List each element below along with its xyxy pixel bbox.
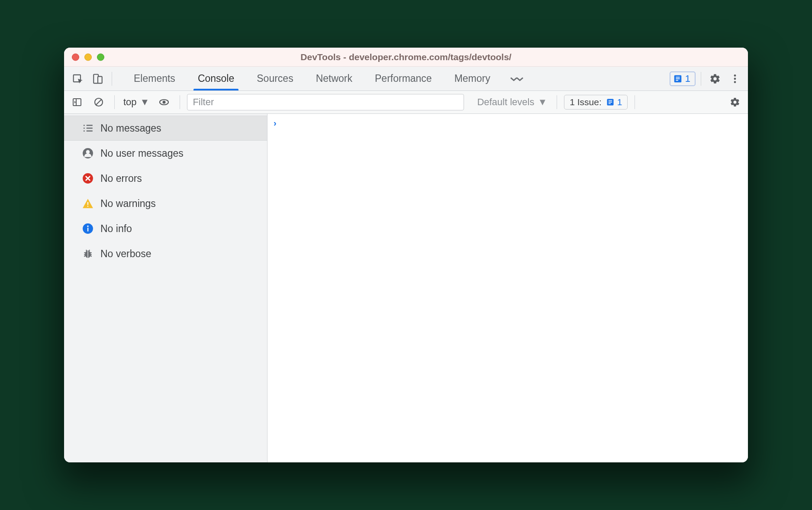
- console-prompt-icon: ›: [274, 118, 277, 128]
- svg-rect-17: [609, 100, 612, 101]
- window-controls: [72, 53, 104, 61]
- more-tabs-button[interactable]: [502, 67, 532, 90]
- devtools-window: DevTools - developer.chrome.com/tags/dev…: [64, 48, 748, 462]
- svg-point-21: [84, 127, 85, 129]
- svg-rect-18: [609, 102, 612, 103]
- svg-rect-10: [73, 99, 81, 106]
- svg-rect-5: [676, 78, 680, 79]
- svg-point-27: [86, 150, 90, 154]
- tab-label: Sources: [257, 73, 293, 84]
- minimize-window-button[interactable]: [84, 53, 92, 61]
- divider: [557, 95, 557, 109]
- window-title: DevTools - developer.chrome.com/tags/dev…: [300, 52, 511, 62]
- divider: [635, 95, 635, 109]
- tab-console[interactable]: Console: [187, 67, 245, 90]
- svg-rect-29: [87, 202, 88, 205]
- issues-badge-count: 1: [685, 73, 690, 84]
- svg-point-20: [84, 125, 85, 126]
- info-icon: [82, 223, 93, 234]
- divider: [180, 95, 180, 109]
- close-window-button[interactable]: [72, 53, 79, 61]
- svg-point-22: [84, 130, 85, 132]
- divider: [114, 95, 115, 109]
- svg-point-8: [734, 77, 736, 80]
- console-body: No messages No user messages No errors: [64, 114, 748, 462]
- inspect-element-icon[interactable]: [69, 70, 87, 87]
- svg-rect-32: [87, 228, 88, 232]
- sidebar-item-warnings[interactable]: No warnings: [64, 191, 267, 216]
- sidebar-item-verbose[interactable]: No verbose: [64, 241, 267, 266]
- tab-memory[interactable]: Memory: [443, 67, 502, 90]
- divider: [112, 72, 112, 86]
- chevron-down-icon: ▼: [538, 97, 547, 108]
- sidebar-item-user-messages[interactable]: No user messages: [64, 141, 267, 166]
- console-toolbar: top ▼ Default levels ▼ 1 Issue: 1: [64, 91, 748, 114]
- tab-network[interactable]: Network: [305, 67, 364, 90]
- execution-context-value: top: [123, 97, 137, 108]
- titlebar: DevTools - developer.chrome.com/tags/dev…: [64, 48, 748, 67]
- svg-line-13: [96, 100, 101, 105]
- log-levels-selector[interactable]: Default levels ▼: [474, 97, 550, 108]
- svg-rect-4: [676, 77, 680, 77]
- sidebar-item-label: No verbose: [100, 248, 151, 260]
- issues-summary[interactable]: 1 Issue: 1: [564, 95, 628, 110]
- svg-rect-2: [98, 76, 102, 83]
- console-sidebar: No messages No user messages No errors: [64, 114, 267, 462]
- toggle-sidebar-icon[interactable]: [68, 94, 86, 111]
- sidebar-item-info[interactable]: No info: [64, 216, 267, 241]
- maximize-window-button[interactable]: [97, 53, 104, 61]
- svg-rect-6: [676, 80, 678, 81]
- tab-label: Elements: [134, 73, 175, 84]
- svg-point-7: [734, 74, 736, 77]
- log-levels-label: Default levels: [477, 97, 534, 108]
- divider: [701, 72, 701, 86]
- settings-icon[interactable]: [706, 70, 724, 87]
- sidebar-item-messages[interactable]: No messages: [64, 116, 267, 141]
- issues-badge[interactable]: 1: [670, 71, 696, 86]
- svg-rect-19: [609, 103, 611, 104]
- user-icon: [82, 148, 93, 159]
- kebab-menu-icon[interactable]: [726, 70, 744, 87]
- console-settings-icon[interactable]: [726, 94, 744, 111]
- tab-label: Memory: [454, 73, 490, 84]
- filter-input[interactable]: [187, 94, 464, 110]
- issues-count: 1: [617, 97, 622, 107]
- warning-icon: [82, 198, 93, 209]
- tab-performance[interactable]: Performance: [364, 67, 443, 90]
- console-output[interactable]: ›: [267, 114, 748, 462]
- tab-sources[interactable]: Sources: [245, 67, 304, 90]
- tab-label: Performance: [375, 73, 432, 84]
- tab-elements[interactable]: Elements: [122, 67, 187, 90]
- svg-rect-30: [87, 206, 88, 207]
- list-icon: [82, 123, 93, 134]
- error-icon: [82, 173, 93, 184]
- svg-point-15: [163, 101, 166, 104]
- live-expression-icon[interactable]: [155, 94, 173, 111]
- sidebar-item-label: No messages: [100, 123, 161, 134]
- execution-context-selector[interactable]: top ▼: [122, 97, 151, 108]
- svg-point-9: [734, 81, 736, 83]
- clear-console-icon[interactable]: [90, 94, 107, 111]
- sidebar-item-label: No user messages: [100, 148, 184, 159]
- sidebar-item-label: No errors: [100, 173, 142, 184]
- sidebar-item-label: No warnings: [100, 198, 156, 210]
- main-tabstrip: Elements Console Sources Network Perform…: [64, 67, 748, 91]
- tab-label: Network: [316, 73, 352, 84]
- sidebar-item-errors[interactable]: No errors: [64, 166, 267, 191]
- svg-point-33: [87, 226, 88, 227]
- bug-icon: [82, 248, 93, 259]
- sidebar-item-label: No info: [100, 223, 132, 235]
- issues-label: 1 Issue:: [570, 97, 602, 107]
- chevron-down-icon: ▼: [140, 97, 150, 108]
- tab-label: Console: [198, 73, 234, 84]
- device-toolbar-icon[interactable]: [89, 70, 106, 87]
